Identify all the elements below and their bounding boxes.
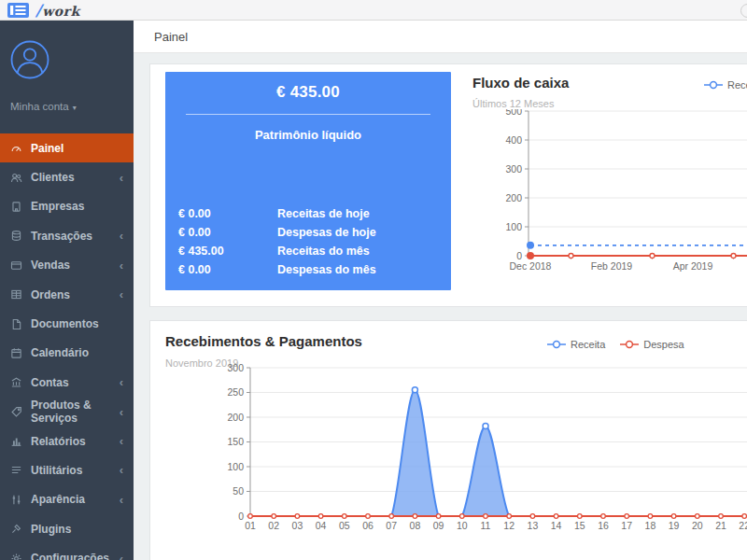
header-avatar[interactable]: [740, 4, 747, 18]
sidebar-item-contas[interactable]: Contas‹: [0, 368, 134, 397]
svg-text:19: 19: [669, 520, 680, 531]
sidebar-item-label: Calendário: [31, 346, 89, 359]
sidebar-item-clientes[interactable]: Clientes‹: [0, 162, 134, 191]
users-icon: [10, 172, 22, 184]
top-header: /work: [0, 0, 747, 21]
summary-row: € 0.00Receitas de hoje: [178, 204, 440, 223]
cash-flow-plot: 0100200300400500Dec 2018Feb 2019Apr 2019…: [468, 109, 747, 287]
breadcrumb-bar: Painel: [134, 21, 747, 53]
gear-icon: [10, 553, 22, 560]
legend-item-receita[interactable]: Receita: [704, 79, 747, 91]
sidebar-item-documentos[interactable]: Documentos: [0, 309, 134, 338]
sidebar-item-label: Plugins: [31, 523, 71, 536]
legend-item-receita[interactable]: Receita: [547, 339, 605, 350]
svg-text:Feb 2019: Feb 2019: [591, 260, 633, 272]
sidebar-item-painel[interactable]: Painel: [0, 133, 134, 162]
svg-text:05: 05: [339, 520, 350, 531]
chevron-left-icon: ‹: [120, 172, 123, 184]
summary-row-value: € 435.00: [178, 245, 277, 258]
svg-text:10: 10: [457, 520, 468, 531]
svg-text:06: 06: [362, 520, 374, 531]
sidebar-item-calendario[interactable]: Calendário: [0, 339, 134, 368]
dashboard-top-card: € 435.00 Patrimônio líquido € 0.00Receit…: [149, 63, 747, 307]
sidebar-item-vendas[interactable]: Vendas‹: [0, 251, 134, 280]
svg-text:Dec 2018: Dec 2018: [510, 260, 552, 272]
svg-text:300: 300: [227, 363, 244, 373]
sidebar-item-label: Clientes: [31, 171, 75, 184]
svg-text:16: 16: [598, 520, 609, 531]
chart-title: Recebimentos & Pagamentos: [165, 333, 362, 349]
sliders-icon: [10, 494, 22, 506]
bank-icon: [10, 376, 22, 388]
sidebar-item-label: Utilitários: [31, 464, 82, 477]
chevron-left-icon: ‹: [120, 494, 123, 506]
sidebar-toggle-button[interactable]: [7, 3, 29, 18]
logo-slash: /: [35, 1, 41, 20]
net-worth-total: € 435.00: [165, 72, 451, 102]
sidebar-item-label: Empresas: [31, 200, 84, 213]
sidebar-item-configuracoes[interactable]: Configurações‹: [0, 543, 134, 560]
chevron-left-icon: ‹: [120, 553, 123, 560]
svg-text:0: 0: [238, 511, 244, 522]
legend-marker-icon: [704, 80, 723, 90]
summary-row-label: Despesas do mês: [277, 263, 440, 276]
svg-text:22: 22: [739, 520, 747, 531]
cash-flow-legend: Receita: [704, 77, 747, 93]
summary-row: € 435.00Receitas do mês: [178, 242, 440, 260]
sidebar-item-label: Transações: [31, 230, 92, 243]
sidebar-item-relatorios[interactable]: Relatórios‹: [0, 427, 134, 455]
sidebar-item-empresas[interactable]: Empresas: [0, 192, 134, 221]
sidebar-item-ordens[interactable]: Ordens‹: [0, 280, 134, 309]
legend-marker-icon: [547, 340, 566, 349]
sidebar-menu: PainelClientes‹EmpresasTransações‹Vendas…: [0, 133, 134, 560]
sidebar-item-label: Vendas: [31, 259, 70, 272]
svg-text:50: 50: [233, 485, 244, 497]
summary-row-label: Despesas de hoje: [277, 226, 440, 239]
chart-title: Fluxo de caixa: [472, 75, 569, 91]
svg-text:02: 02: [268, 520, 279, 531]
svg-text:21: 21: [715, 520, 726, 531]
user-avatar-icon: [9, 39, 50, 80]
svg-text:0: 0: [516, 250, 522, 261]
summary-row-value: € 0.00: [178, 263, 277, 276]
svg-text:20: 20: [692, 520, 703, 531]
net-worth-panel: € 435.00 Patrimônio líquido € 0.00Receit…: [165, 72, 451, 290]
list-icon: [10, 464, 22, 476]
sidebar-item-plugins[interactable]: Plugins: [0, 514, 134, 543]
sidebar: Minha conta▾ PainelClientes‹EmpresasTran…: [0, 21, 134, 560]
file-icon: [10, 318, 22, 330]
legend-item-despesa[interactable]: Despesa: [620, 339, 684, 350]
svg-text:200: 200: [505, 192, 522, 203]
legend-label: Receita: [571, 339, 605, 350]
legend-marker-icon: [620, 340, 639, 349]
sidebar-item-transacoes[interactable]: Transações‹: [0, 221, 134, 250]
receipts-payments-card: Recebimentos & Pagamentos Novembro 2019 …: [149, 320, 747, 560]
svg-text:150: 150: [227, 436, 244, 447]
sidebar-toggle-icon: [7, 3, 29, 18]
sidebar-item-aparencia[interactable]: Aparência‹: [0, 485, 134, 514]
svg-text:01: 01: [245, 520, 256, 531]
chevron-left-icon: ‹: [120, 259, 123, 272]
svg-text:17: 17: [621, 520, 632, 531]
chevron-left-icon: ‹: [120, 464, 123, 476]
account-menu[interactable]: Minha conta▾: [10, 101, 77, 112]
sidebar-item-utilitarios[interactable]: Utilitários‹: [0, 455, 134, 484]
panel-divider: [186, 114, 430, 115]
cash-flow-section: Fluxo de caixa Últimos 12 Meses Receita …: [468, 64, 747, 306]
svg-text:300: 300: [505, 163, 522, 175]
svg-text:03: 03: [292, 520, 303, 531]
chevron-left-icon: ‹: [120, 230, 123, 242]
user-avatar[interactable]: [9, 39, 50, 80]
chevron-left-icon: ‹: [120, 376, 123, 388]
caret-down-icon: ▾: [73, 104, 77, 112]
sidebar-item-produtos-servicos[interactable]: Produtos & Serviços‹: [0, 398, 134, 427]
svg-text:Apr 2019: Apr 2019: [673, 260, 713, 272]
sidebar-item-label: Configurações: [31, 552, 109, 560]
summary-row: € 0.00Despesas de hoje: [178, 223, 440, 242]
svg-text:400: 400: [505, 134, 522, 146]
sidebar-item-label: Ordens: [31, 288, 70, 301]
summary-row-value: € 0.00: [178, 207, 277, 220]
dashboard-icon: [10, 142, 22, 154]
net-worth-title: Patrimônio líquido: [165, 128, 451, 142]
sidebar-item-label: Documentos: [31, 317, 99, 330]
